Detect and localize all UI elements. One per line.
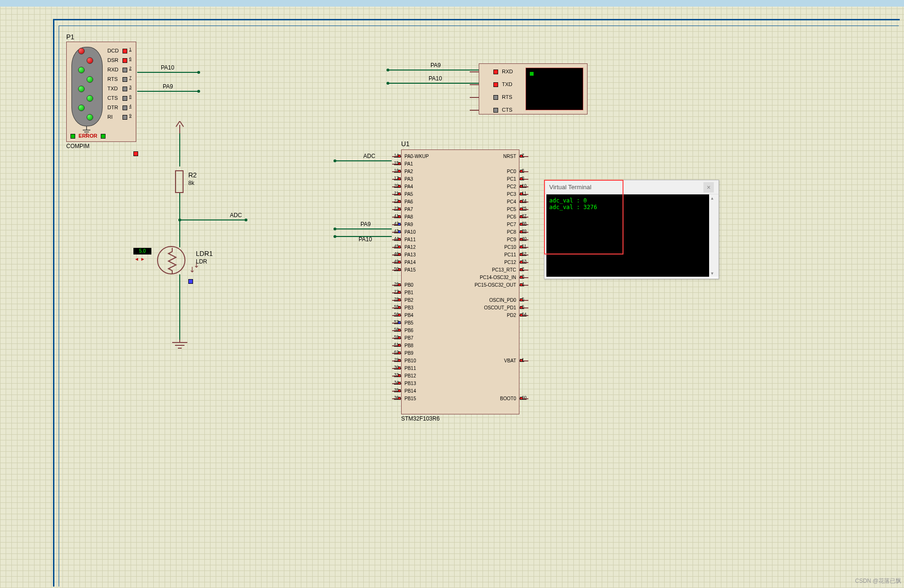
pin-indicator (520, 261, 523, 263)
pin-indicator (398, 162, 401, 165)
probe-indicator (188, 279, 193, 284)
highlight-annotation (544, 180, 623, 255)
resistor-ref: R2 (188, 171, 197, 179)
wire-ldr-gnd (179, 274, 180, 341)
junction (334, 159, 336, 162)
junction (245, 219, 247, 221)
chip-pin-PC2: PC2 (507, 184, 516, 189)
pin-number: 9 (129, 113, 132, 118)
pin-indicator (398, 208, 401, 211)
pin-indicator (520, 268, 523, 271)
probe-indicator (133, 151, 138, 156)
vt-pin-indicator (493, 70, 498, 74)
pin-indicator (520, 208, 523, 211)
pin-indicator (398, 306, 401, 309)
chip-pin-PB0: PB0 (404, 282, 413, 288)
pin-indicator (398, 170, 401, 173)
pin-indicator (520, 238, 523, 241)
close-button[interactable]: × (703, 182, 714, 193)
net-vt-rxd: PA9 (430, 62, 441, 69)
pin-indicator (398, 336, 401, 339)
pin-indicator (398, 177, 401, 180)
compim-error-label: ERROR (70, 133, 105, 139)
chip-pin-PC12: PC12 (504, 260, 516, 265)
vt-pin-indicator (493, 82, 498, 87)
pin-indicator (398, 185, 401, 188)
compim-component[interactable]: DCD 1 DSR 6 RXD 2 RTS 7 TXD 3 CTS 8 DTR … (66, 42, 136, 142)
virtual-terminal-component[interactable]: RXD TXD RTS CTS (479, 63, 588, 114)
pin-indicator (123, 77, 127, 82)
schematic-canvas[interactable]: P1 DCD 1 DSR 6 RXD 2 RTS 7 TXD 3 CTS 8 D… (0, 0, 904, 588)
pin-number: 6 (129, 56, 132, 61)
error-text: ERROR (79, 133, 97, 139)
chip-ref: U1 (401, 140, 410, 148)
scroll-up-icon[interactable]: ▴ (711, 195, 713, 201)
pin-indicator (398, 155, 401, 158)
net-vt-txd: PA10 (429, 75, 442, 82)
chip-pin-PB15: PB15 (404, 396, 416, 401)
net-pa9: PA9 (163, 83, 173, 90)
pin-stub (470, 71, 479, 72)
chip-pin-PA0-WKUP: PA0-WKUP (404, 154, 429, 159)
ldr-adjust-controls[interactable]: ◄ ► (134, 256, 145, 262)
chip-pin-PA5: PA5 (404, 192, 413, 197)
chip-pin-PD2: PD2 (507, 313, 516, 318)
pin-indicator (123, 68, 127, 72)
chip-pin-PC0: PC0 (507, 169, 516, 174)
watermark: CSDN @花落已飘 (855, 577, 901, 585)
chip-pin-PC6: PC6 (507, 214, 516, 219)
chip-pin-PA15: PA15 (404, 267, 416, 272)
pin-indicator (520, 283, 523, 286)
pin-label-rxd: RXD (107, 67, 118, 72)
pin-indicator (398, 329, 401, 332)
chip-pin-PB8: PB8 (404, 343, 413, 348)
chip-pin-PA11: PA11 (404, 237, 416, 242)
pin-indicator (398, 268, 401, 271)
wire-vcc-r2 (179, 133, 180, 167)
net-pa10: PA10 (161, 64, 174, 71)
top-bar (0, 0, 904, 7)
pin-number: 8 (129, 94, 132, 99)
pin-indicator (398, 359, 401, 362)
pin-indicator (520, 359, 523, 362)
terminal-scrollbar[interactable]: ▴ ▾ (709, 194, 719, 277)
scroll-down-icon[interactable]: ▾ (711, 271, 713, 276)
chip-pin-PC15-OSC32_OUT: PC15-OSC32_OUT (474, 282, 516, 288)
pin-indicator (398, 261, 401, 263)
chip-pin-PB7: PB7 (404, 335, 413, 341)
pin-indicator (398, 291, 401, 294)
pin-indicator (520, 314, 523, 316)
pin-indicator (520, 253, 523, 256)
pin-label-ri: RI (107, 114, 113, 120)
pin-indicator (398, 382, 401, 385)
chip-pin-PB14: PB14 (404, 388, 416, 394)
pin-number: 7 (129, 75, 132, 80)
pin-indicator (520, 215, 523, 218)
pin-indicator (398, 374, 401, 377)
pin-indicator (398, 200, 401, 203)
pin-indicator (398, 344, 401, 347)
pin-indicator (520, 230, 523, 233)
pin-indicator (123, 115, 127, 120)
chip-pin-PB9: PB9 (404, 351, 413, 356)
resistor-body (175, 170, 184, 193)
chip-pin-PC8: PC8 (507, 229, 516, 235)
wire-adc (180, 219, 246, 220)
net-chip-adc: ADC (363, 153, 375, 159)
pin-indicator (398, 238, 401, 241)
vt-pin-rts: RTS (502, 94, 512, 100)
pin-indicator (398, 351, 401, 354)
chip-pin-PC7: PC7 (507, 222, 516, 227)
pin-stub (470, 97, 479, 98)
vt-cursor-icon (530, 72, 534, 76)
vt-pin-rxd: RXD (502, 69, 513, 74)
ldr-body (157, 246, 185, 274)
pin-indicator (398, 367, 401, 369)
chip-pin-PA3: PA3 (404, 176, 413, 182)
chip-pin-PB10: PB10 (404, 358, 416, 363)
wire-txd (137, 91, 199, 92)
stm32-chip[interactable]: PA0-WKUP 14 PA1 15 PA2 16 PA3 17 PA4 20 … (401, 149, 519, 414)
chip-pin-PA13: PA13 (404, 252, 416, 257)
junction (334, 228, 336, 230)
ldr-part: LDR (196, 258, 207, 265)
